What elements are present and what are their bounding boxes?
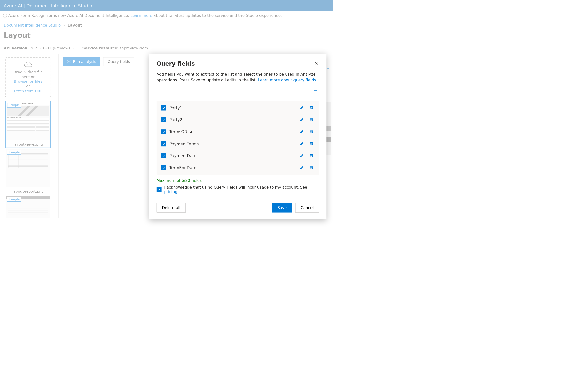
field-name: TermsOfUse (169, 130, 295, 134)
delete-field-button[interactable] (308, 152, 315, 159)
edit-field-button[interactable] (299, 104, 305, 111)
delete-field-button[interactable] (308, 116, 315, 123)
edit-field-button[interactable] (299, 164, 305, 171)
trash-icon (309, 165, 314, 170)
field-name: Party1 (169, 105, 295, 110)
field-name: TermEndDate (169, 165, 295, 170)
fields-list: Party1 Party2 TermsOfUse PaymentTerms Pa… (157, 101, 319, 175)
pencil-icon (300, 153, 304, 158)
edit-field-button[interactable] (299, 152, 305, 159)
trash-icon (309, 153, 314, 158)
edit-field-button[interactable] (299, 140, 305, 147)
field-checkbox[interactable] (161, 153, 166, 158)
pencil-icon (300, 141, 304, 146)
edit-field-button[interactable] (299, 129, 305, 135)
field-checkbox[interactable] (161, 117, 166, 122)
trash-icon (309, 117, 314, 122)
trash-icon (309, 105, 314, 110)
pencil-icon (300, 117, 304, 122)
add-field-button[interactable] (312, 87, 319, 94)
pencil-icon (300, 105, 304, 110)
field-name: Party2 (169, 117, 295, 122)
acknowledge-checkbox[interactable] (157, 187, 162, 192)
field-checkbox[interactable] (161, 141, 166, 146)
plus-icon (314, 88, 318, 93)
save-button[interactable]: Save (272, 203, 292, 212)
field-count: Maximum of 6/20 fields (157, 178, 319, 183)
modal-description: Add fields you want to extract to the li… (157, 72, 319, 83)
field-row: TermEndDate (157, 162, 319, 174)
field-row: Party2 (157, 114, 319, 126)
trash-icon (309, 141, 314, 146)
field-row: Party1 (157, 102, 319, 114)
delete-field-button[interactable] (308, 164, 315, 171)
field-checkbox[interactable] (161, 165, 166, 170)
field-checkbox[interactable] (161, 105, 166, 110)
trash-icon (309, 129, 314, 134)
cancel-button[interactable]: Cancel (295, 203, 319, 212)
modal-title: Query fields (157, 61, 195, 67)
field-name: PaymentDate (169, 153, 295, 158)
field-checkbox[interactable] (161, 129, 166, 134)
field-row: PaymentTerms (157, 138, 319, 150)
pencil-icon (300, 165, 304, 170)
close-button[interactable] (314, 60, 319, 67)
delete-field-button[interactable] (308, 104, 315, 111)
pricing-link[interactable]: pricing (164, 190, 177, 194)
acknowledge-row: I acknowledge that using Query Fields wi… (157, 185, 319, 194)
delete-field-button[interactable] (308, 129, 315, 135)
delete-all-button[interactable]: Delete all (157, 203, 186, 212)
close-icon (314, 62, 318, 65)
delete-field-button[interactable] (308, 140, 315, 147)
field-row: PaymentDate (157, 150, 319, 162)
field-row: TermsOfUse (157, 126, 319, 138)
query-fields-modal: Query fields Add fields you want to extr… (149, 54, 327, 219)
learn-more-query-fields-link[interactable]: Learn more about query fields (258, 78, 316, 82)
pencil-icon (300, 129, 304, 134)
field-name: PaymentTerms (169, 141, 295, 146)
edit-field-button[interactable] (299, 116, 305, 123)
